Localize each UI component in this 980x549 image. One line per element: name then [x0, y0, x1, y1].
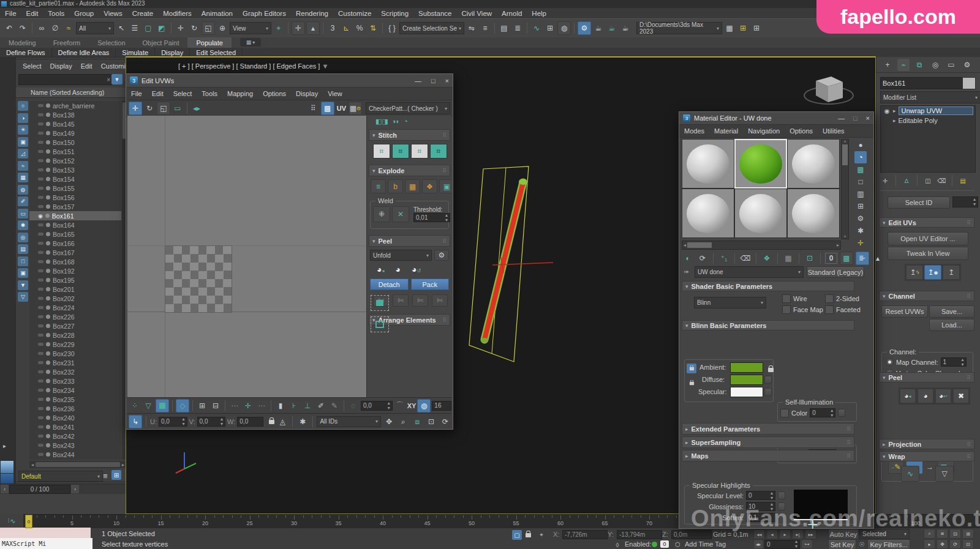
play-icon[interactable]: ▸ [779, 529, 791, 539]
shader-params-header[interactable]: ▾Shader Basic Parameters [682, 281, 854, 291]
selection-set-dropdown[interactable]: Selected▾ [859, 529, 910, 539]
make-preview-icon[interactable]: ⊞ [854, 200, 867, 212]
key-mode-icon[interactable]: ⊶ [801, 539, 813, 549]
ribbon-subtab[interactable]: Edit Selected [190, 48, 243, 57]
absolute-offset-toggle-icon[interactable]: ↳ [129, 415, 142, 428]
peel-mode-icon[interactable]: ◕ [918, 389, 933, 403]
select-element-icon[interactable]: ◇ [176, 399, 189, 413]
maxscript-mini-listener[interactable]: MAXScript Mi [0, 538, 92, 549]
falloff-value-field[interactable]: 16 [432, 401, 451, 411]
menu-item[interactable]: Substance [413, 10, 456, 17]
specular-level-field[interactable]: 0▴▾ [746, 491, 775, 500]
explorer-filter-icon[interactable]: ▤ [18, 244, 28, 254]
two-sided-checkbox[interactable] [825, 294, 834, 303]
diffuse-color-swatch[interactable] [730, 375, 763, 385]
menu-item[interactable]: Rendering [291, 10, 333, 17]
select-id-button[interactable]: Select ID [888, 196, 950, 209]
uvw-checker-icon[interactable]: ▩ [321, 102, 334, 115]
zoom-all-icon[interactable]: ⧈ [937, 529, 948, 539]
list-item[interactable]: Box168 [29, 257, 121, 266]
window-crossing-icon[interactable]: ◩ [156, 22, 168, 34]
ring-icon[interactable]: ⋯ [255, 400, 268, 412]
uvw-move-icon[interactable]: ✛ [129, 102, 142, 115]
make-unique-mat-icon[interactable]: ❖ [761, 252, 773, 264]
ribbon-subtab[interactable]: Define Idle Areas [52, 48, 116, 57]
uvw-map-dropdown[interactable]: CheckerPatt...( Checker )▾ [366, 102, 450, 114]
prev-frame-icon[interactable]: ‹ [0, 484, 9, 494]
zoom-extents-icon[interactable]: ⊡ [949, 529, 961, 539]
w-field[interactable]: 0,0 [237, 417, 263, 427]
quick-peel-icon[interactable]: ↥◉ [924, 265, 941, 280]
reset-uvws-button[interactable]: Reset UVWs [881, 305, 928, 318]
save-uvws-button[interactable]: Save... [929, 305, 974, 318]
faceted-checkbox-row[interactable]: Faceted [825, 305, 861, 314]
mirror-icon[interactable]: ⇋ [466, 22, 478, 34]
list-item[interactable]: Box241 [29, 422, 121, 431]
object-color-swatch[interactable] [962, 77, 976, 89]
falloff-type-icon[interactable]: ◍ [417, 399, 431, 413]
shield-icon[interactable]: ◊ [612, 540, 622, 549]
next-frame-icon[interactable]: › [70, 484, 80, 494]
explorer-filter-icon[interactable]: ≈ [18, 161, 28, 171]
wire-checkbox[interactable] [782, 294, 791, 303]
list-item[interactable]: Box150 [29, 138, 121, 147]
stitch-custom-icon[interactable]: ⌗ [373, 144, 390, 159]
material-editor-icon[interactable]: ◍ [557, 21, 571, 35]
material-sample-slot[interactable] [787, 139, 840, 189]
show-map-in-viewport-icon[interactable]: ▩ [840, 252, 853, 265]
snaps-use-icon[interactable]: ⌖ [537, 530, 546, 540]
mat-vertical-scrollbar[interactable]: ˄ ˅ [841, 139, 849, 239]
faceted-checkbox[interactable] [825, 305, 834, 314]
menu-item[interactable]: Scripting [376, 10, 413, 17]
flatten-by-group-icon[interactable]: ≡ [371, 179, 386, 193]
explorer-filter-icon[interactable]: ◑ [18, 113, 28, 123]
explorer-filter-icon[interactable]: ▦ [18, 173, 28, 182]
face-sub-icon[interactable] [156, 399, 169, 413]
reset-peel-icon-uvw[interactable]: ◕↺ [412, 264, 421, 274]
menu-item[interactable]: Edit [21, 10, 43, 17]
material-sample-slot[interactable] [734, 139, 787, 189]
select-and-manipulate-icon[interactable]: ✛ [292, 21, 305, 35]
modifier-list-dropdown[interactable]: Modifier List▾ [880, 91, 980, 103]
uvw-show-map-icon[interactable]: ⠿ [307, 102, 320, 114]
tab-create-icon[interactable]: + [881, 59, 894, 71]
select-and-move-icon[interactable]: ✛ [175, 22, 187, 34]
select-by-name-icon[interactable]: ☰ [129, 22, 141, 34]
map-channel-field[interactable]: 1▴▾ [941, 357, 967, 367]
flatten-custom-icon[interactable]: ❖ [422, 179, 437, 193]
list-item[interactable]: Box167 [29, 248, 121, 257]
explorer-search-input[interactable]: × [18, 74, 113, 85]
angle-snap-icon[interactable]: ⊾ [340, 22, 352, 34]
percent-snap-icon[interactable]: % [353, 22, 366, 34]
explorer-filter-icon[interactable]: ◎ [18, 233, 28, 242]
project-folder-dropdown[interactable]: D:\Documents\3ds Max 2023▾ [636, 22, 722, 34]
detach-button[interactable]: Detach [370, 278, 409, 290]
shader-dropdown[interactable]: Blinn▾ [694, 297, 766, 308]
modifier-stack-row-epoly[interactable]: ▸Editable Poly [881, 116, 975, 125]
uvw-lock-icon[interactable] [269, 418, 274, 425]
tab-motion-icon[interactable]: ◎ [929, 59, 941, 71]
menu-item[interactable]: Group [69, 10, 99, 17]
rendered-frame-window-icon[interactable]: ☕ [592, 22, 605, 34]
weld-custom-icon[interactable]: ⁜ [373, 206, 390, 222]
tab-display-icon[interactable]: ▭ [945, 59, 957, 71]
uvw-menu-item[interactable]: Mapping [222, 90, 258, 97]
ribbon-subtab[interactable]: Define Flows [0, 48, 52, 57]
select-and-link-icon[interactable]: ∞ [36, 22, 48, 34]
pick-material-eyedropper-icon[interactable]: ✑ [682, 267, 692, 277]
explorer-menu-item[interactable]: Edit [77, 62, 97, 70]
sample-uv-tiling-icon[interactable]: □ [854, 176, 867, 188]
grow-selection-icon[interactable]: ⊞ [196, 400, 208, 412]
sample-type-icon[interactable]: ● [854, 139, 867, 151]
mat-minimize-icon[interactable]: — [838, 114, 845, 122]
keyboard-shortcut-toggle-icon[interactable]: ▴ [306, 21, 320, 35]
keyable-icon[interactable]: ☉ [857, 539, 867, 549]
mat-maximize-icon[interactable]: □ [853, 114, 858, 122]
list-item[interactable]: Box202 [29, 294, 121, 303]
modifier-visibility-eye-icon[interactable]: ◉ [883, 106, 891, 116]
x-coord-field[interactable]: -7,726m [562, 530, 608, 539]
display-filter-icon[interactable]: ▼ [111, 74, 123, 84]
stitch-rollout-header[interactable]: ▾Stitch⠿ [369, 129, 450, 141]
uv-canvas[interactable] [127, 116, 366, 397]
falloff-curve-icon[interactable]: ⌒ [394, 400, 406, 412]
